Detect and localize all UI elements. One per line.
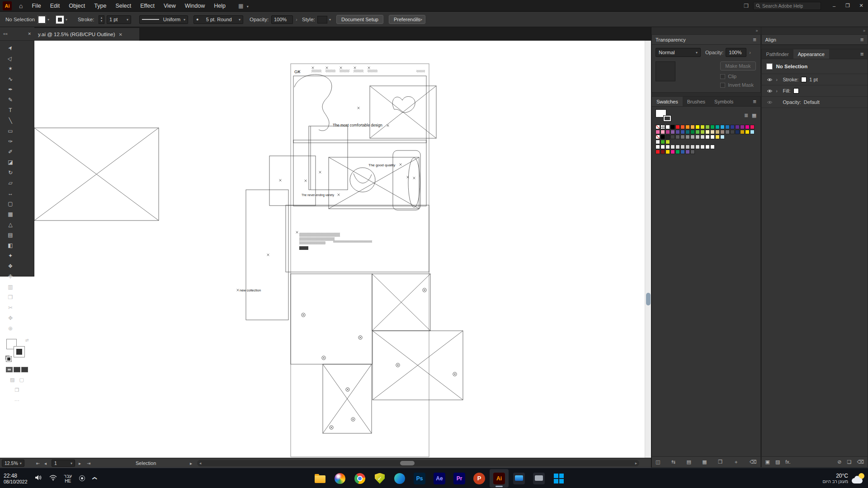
swatch[interactable] (700, 145, 705, 149)
swatch[interactable] (720, 125, 725, 129)
panel-bottom-icon[interactable]: ▨ (775, 459, 780, 465)
taskbar-app-powerpoint[interactable]: P (470, 469, 489, 488)
taskbar-app-edge[interactable] (390, 469, 409, 488)
swatch[interactable] (705, 145, 710, 149)
swatch[interactable] (715, 135, 720, 139)
list-view-icon[interactable]: ≣ (744, 113, 748, 118)
align-panel-menu-icon[interactable]: ≣ (860, 37, 864, 42)
panel-bottom-icon[interactable]: ⌫ (857, 459, 864, 465)
swatch[interactable] (705, 130, 710, 134)
home-icon[interactable]: ⌂ (14, 2, 27, 9)
workspace-switcher-icon[interactable]: ▦ ▾ (238, 3, 249, 9)
swatch[interactable] (710, 135, 715, 139)
taskbar-app-illustrator[interactable]: Ai (490, 469, 509, 488)
screen-mode-icon[interactable]: ❐ (15, 387, 19, 393)
swatch[interactable] (695, 145, 700, 149)
tool-line-segment[interactable]: ╲ (4, 115, 17, 126)
swatch[interactable] (660, 145, 665, 149)
wifi-icon[interactable] (49, 474, 57, 483)
document-tab[interactable]: y.ai @ 12.5% (RGB/CPU Outline) ✕ (34, 28, 139, 41)
swatch[interactable] (665, 140, 670, 144)
swatch[interactable] (710, 125, 715, 129)
swatch[interactable] (720, 135, 725, 139)
tab-appearance[interactable]: Appearance (793, 49, 829, 59)
canvas[interactable]: GK The most comfortable design (0, 41, 645, 458)
draw-inside-icon[interactable]: ▢ (19, 377, 24, 383)
fill-color-widget[interactable]: ▾ (38, 12, 49, 27)
swatch[interactable] (700, 130, 705, 134)
scroll-right-icon[interactable]: ▸ (633, 461, 639, 465)
stroke-weight-stepper[interactable]: ▴ ▾ (99, 12, 104, 27)
tab-brushes[interactable]: Brushes (683, 97, 710, 106)
swap-fill-stroke-icon[interactable]: ⇄ (25, 338, 29, 343)
first-artboard-icon[interactable]: ⇤ (36, 461, 40, 466)
panel-bottom-icon[interactable]: ◫ (656, 459, 660, 465)
stroke-proxy[interactable] (14, 347, 24, 357)
tool-blend[interactable]: ❖ (4, 261, 17, 271)
close-document-icon[interactable]: ✕ (119, 32, 123, 37)
panel-bottom-icon[interactable]: fx. (785, 459, 791, 465)
taskbar-clock[interactable]: 22:48 08/10/2022 (4, 473, 28, 484)
taskbar-app-media-player[interactable] (509, 469, 528, 488)
taskbar-app-chrome[interactable] (350, 469, 369, 488)
tool-pen[interactable]: ✒ (4, 84, 17, 94)
swatch[interactable] (670, 135, 675, 139)
opacity-select[interactable]: 100% › (271, 12, 297, 27)
none-button[interactable] (21, 367, 28, 372)
app-logo-icon[interactable]: Ai (3, 1, 12, 10)
horizontal-scrollbar[interactable]: ◂ ▸ (197, 460, 639, 466)
close-button[interactable]: ✕ (854, 0, 868, 12)
swatch[interactable] (675, 150, 680, 154)
taskbar-app-photoshop[interactable]: Ps (410, 469, 429, 488)
draw-mode-icon[interactable]: ▨ (10, 377, 14, 383)
swatch[interactable] (700, 125, 705, 129)
minimize-button[interactable]: – (827, 0, 841, 12)
swatch[interactable] (670, 150, 675, 154)
volume-icon[interactable] (35, 474, 42, 483)
swatch[interactable] (700, 135, 705, 139)
taskbar-app-capture[interactable] (529, 469, 548, 488)
panel-bottom-icon[interactable]: ❏ (847, 459, 852, 465)
swatch[interactable] (680, 135, 685, 139)
taskbar-app-marble[interactable] (330, 469, 349, 488)
tool-mesh[interactable]: ▤ (4, 230, 17, 240)
swatch[interactable] (670, 145, 675, 149)
swatch[interactable] (656, 140, 660, 144)
swatch[interactable] (730, 130, 735, 134)
swatch[interactable] (685, 145, 690, 149)
swatch[interactable] (710, 130, 715, 134)
transparency-opacity-input[interactable]: 100% (726, 48, 746, 57)
tool-curvature[interactable]: ✎ (4, 94, 17, 105)
menu-file[interactable]: File (27, 0, 45, 11)
next-artboard-icon[interactable]: ▸ (79, 461, 81, 466)
swatch[interactable] (665, 125, 670, 129)
tool-free-transform[interactable]: ▢ (4, 198, 17, 209)
swatch[interactable] (745, 130, 750, 134)
tab-symbols[interactable]: Symbols (710, 97, 738, 106)
visibility-eye-icon[interactable] (766, 89, 774, 93)
tool-paintbrush[interactable]: ✑ (4, 136, 17, 146)
tool-width[interactable]: ↔ (4, 188, 17, 198)
appearance-opacity-row[interactable]: Opacity: Default (762, 97, 868, 108)
taskbar-app-security[interactable]: ✓ (370, 469, 389, 488)
clip-checkbox[interactable] (720, 74, 725, 79)
tool-shape-builder[interactable]: ▦ (4, 209, 17, 219)
swatch[interactable] (690, 145, 695, 149)
menu-view[interactable]: View (159, 0, 180, 11)
menu-window[interactable]: Window (180, 0, 209, 11)
swatch[interactable] (750, 130, 755, 134)
panel-bottom-icon[interactable]: ⊘ (837, 459, 841, 465)
swatch[interactable] (660, 140, 665, 144)
weather-widget[interactable]: 20°C מעונן רב היום (822, 468, 865, 488)
visibility-eye-icon[interactable] (766, 78, 774, 82)
swatch[interactable] (730, 125, 735, 129)
swatch[interactable] (685, 150, 690, 154)
panel-bottom-icon[interactable]: ⌫ (750, 459, 757, 465)
vertical-scrollbar[interactable] (645, 41, 651, 458)
swatch[interactable] (660, 125, 665, 129)
tool-scale[interactable]: ▱ (4, 178, 17, 188)
restore-button[interactable]: ❐ (841, 0, 854, 12)
swatch[interactable] (665, 150, 670, 154)
swatch[interactable] (705, 125, 710, 129)
swatch[interactable] (725, 125, 730, 129)
